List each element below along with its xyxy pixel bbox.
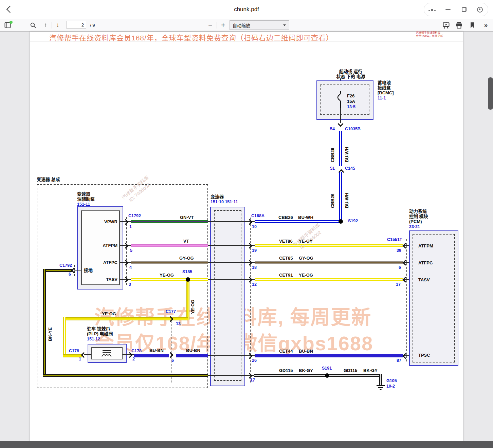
pin-number: 54: [330, 127, 335, 131]
arrow-left-icon: [403, 353, 408, 359]
pin-number: 2: [132, 357, 135, 361]
pcm-pin-atfpc: ATFPC: [418, 260, 433, 265]
pin-number: 1: [129, 224, 132, 229]
pump-pin-atfpc: ATFPC: [92, 260, 117, 265]
inline-connector-box: [210, 207, 245, 386]
pcm-name: 动力系统控制 模块(PCM): [409, 209, 428, 224]
zoom-mode-dropdown[interactable]: 自动缩放: [230, 20, 289, 30]
ground-icon: [376, 385, 385, 391]
pin-number: 18: [252, 265, 257, 270]
close-record-icon[interactable]: [472, 3, 488, 16]
pin-number: 87: [397, 358, 401, 363]
splice-s185: [186, 277, 190, 282]
wire-color-label: BU-BN: [149, 348, 164, 353]
pdf-page: 汽修帮手在线资料库会员168/年，全球车型资料免费查询（扫码右边二维码即可查看）…: [30, 32, 463, 442]
pin-number: 26: [252, 358, 257, 363]
zoom-out-icon[interactable]: −: [206, 19, 215, 31]
minimize-icon[interactable]: [440, 3, 456, 16]
print-icon[interactable]: [454, 19, 464, 31]
circuit-label: CBB26: [330, 181, 335, 208]
wire-gd115-bk-gy: [379, 374, 382, 385]
bookmark-icon[interactable]: [468, 19, 476, 31]
fuse-page-ref: 13-5: [347, 105, 355, 109]
arrow-left-icon: [403, 260, 408, 266]
circuit-label: VET86: [279, 239, 293, 244]
wire-gy-og: [131, 261, 208, 264]
arrow-right-icon: [247, 260, 253, 266]
wire-gd115-bk-gy: [329, 374, 382, 377]
connector-label: C177: [166, 309, 176, 314]
wire-gd115-bk-gy: [254, 374, 327, 377]
connector-dashed-line: [406, 239, 407, 361]
sidebar-green-dot: [10, 21, 13, 24]
ground-label: G105: [386, 378, 397, 383]
scrollbar-thumb[interactable]: [488, 77, 493, 110]
ad-banner-side-text: 汽修帮手在线资料库会员168/年，每周更新: [416, 31, 443, 38]
bcmc-box: [316, 80, 373, 120]
pin-number: 13: [176, 321, 181, 326]
connector-label: C1792: [128, 213, 141, 218]
connector-label: C1035B: [345, 127, 361, 131]
pcm-pin-tpsc: TPSC: [418, 353, 430, 358]
toolbar-divider: [217, 22, 217, 29]
splice-label: S191: [322, 366, 332, 371]
page-number-input[interactable]: [67, 21, 86, 29]
wire-color-label: YE-OG: [299, 273, 313, 278]
zoom-mode-value: 自动缩放: [233, 22, 250, 29]
window-controls: [424, 3, 488, 16]
wire-cbb26-bu-wh: [339, 172, 342, 221]
circuit-label: CBB26: [330, 135, 335, 162]
circuit-label: CBB26: [278, 215, 293, 220]
arrow-down-icon: [338, 121, 344, 127]
presentation-mode-icon[interactable]: [441, 19, 451, 31]
wire-color-label: BK-YE: [48, 321, 53, 341]
wire-color-label: GY-OG: [299, 256, 313, 261]
sidebar-toggle-icon[interactable]: [3, 19, 13, 31]
plp-page-ref: 151-12: [87, 337, 100, 341]
more-tools-icon[interactable]: »: [481, 19, 491, 31]
fuse-name: F26: [347, 93, 354, 98]
pin-number: 6: [399, 265, 401, 270]
pin-number: 17: [250, 378, 255, 382]
page-total-label: / 9: [90, 19, 95, 31]
ad-banner-text: 汽修帮手在线资料库会员168/年，全球车型资料免费查询（扫码右边二维码即可查看）: [49, 32, 333, 42]
pin-number: 5: [130, 248, 132, 253]
splice-label: S185: [182, 269, 192, 274]
splice-s191: [325, 373, 329, 378]
circuit-label: GD115: [279, 368, 293, 373]
wire-bk-ye: [43, 269, 72, 272]
viewer-area: 汽修帮手在线资料库会员168/年，全球车型资料免费查询（扫码右边二维码即可查看）…: [0, 32, 493, 448]
wire-ye-og: [186, 279, 189, 320]
connector-label: C1551T: [387, 237, 402, 242]
wire-gn-vt: [131, 220, 208, 223]
pin-number: 12: [252, 282, 257, 287]
wire-cet44-bu-bn: [255, 354, 403, 357]
chevron-down-icon: [283, 24, 286, 26]
search-icon[interactable]: [29, 19, 37, 31]
wire-color-label: BU-WH: [298, 215, 313, 220]
ground-page-ref: 10-2: [386, 384, 395, 389]
wire-color-label: GY-OG: [179, 256, 194, 261]
bcmc-page-ref: 11-1: [378, 96, 386, 100]
wire-ye-og: [131, 278, 208, 281]
more-options-icon[interactable]: [424, 3, 440, 16]
pump-pin-ground: 接地: [84, 268, 93, 273]
wire-bk-ye: [43, 269, 46, 377]
title-bar: chunk.pdf: [0, 0, 493, 19]
wire-color-label: VT: [183, 239, 189, 244]
arrow-left-icon: [403, 277, 408, 283]
next-page-icon[interactable]: ↓: [54, 19, 62, 31]
wire-bk-ye: [43, 374, 208, 377]
pcm-pin-atfpm: ATFPM: [418, 243, 433, 248]
zoom-in-icon[interactable]: +: [219, 19, 227, 31]
wire-bu-bn: [176, 354, 208, 357]
pin-number: 10: [252, 224, 257, 229]
pump-pin-atfpm: ATFPM: [92, 243, 117, 248]
wire-cet85-gy-og: [255, 261, 403, 264]
pcm-pin-tasv: TASV: [418, 277, 430, 282]
pin-number: 19: [252, 248, 257, 253]
restore-window-icon[interactable]: [456, 3, 472, 16]
ad-banner: 汽修帮手在线资料库会员168/年，全球车型资料免费查询（扫码右边二维码即可查看）…: [30, 32, 463, 41]
document-title: chunk.pdf: [0, 0, 493, 19]
previous-page-icon[interactable]: ↑: [41, 19, 50, 31]
